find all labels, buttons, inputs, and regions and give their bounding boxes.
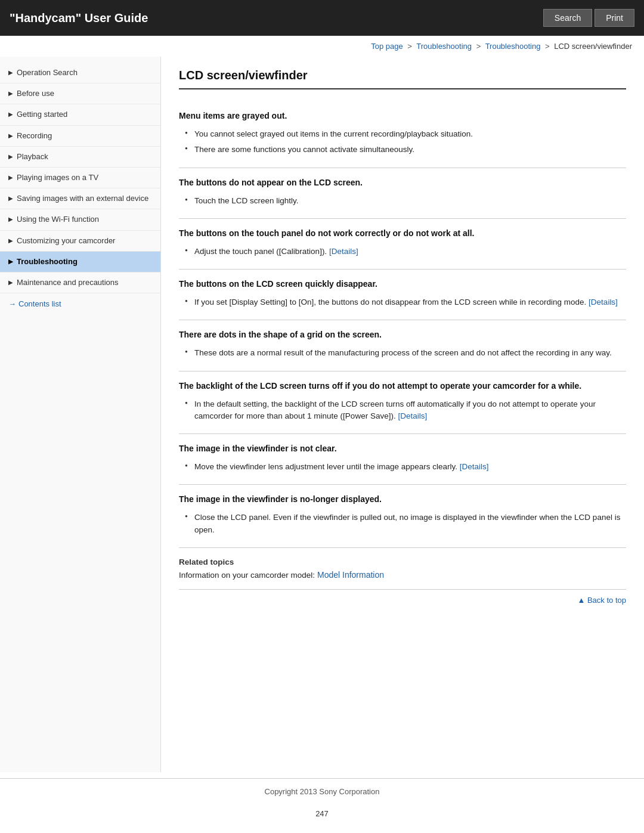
print-button[interactable]: Print bbox=[595, 9, 634, 27]
chevron-right-icon: ▶ bbox=[8, 153, 13, 161]
related-topics-title: Related topics bbox=[179, 558, 626, 566]
list-item: Touch the LCD screen lightly. bbox=[185, 193, 626, 209]
chevron-right-icon: ▶ bbox=[8, 89, 13, 98]
chevron-right-icon: ▶ bbox=[8, 132, 13, 140]
chevron-right-icon: ▶ bbox=[8, 194, 13, 203]
sidebar-item-label: Troubleshooting bbox=[17, 256, 152, 267]
section-heading-buttons-not-appear: The buttons do not appear on the LCD scr… bbox=[179, 178, 626, 187]
breadcrumb-sep1: > bbox=[407, 42, 412, 51]
breadcrumb-top-page[interactable]: Top page bbox=[371, 42, 403, 51]
bullet-list-menu-grayed: You cannot select grayed out items in th… bbox=[179, 126, 626, 158]
sidebar-item-maintenance[interactable]: ▶ Maintenance and precautions bbox=[0, 272, 160, 293]
sidebar-item-label: Playing images on a TV bbox=[17, 172, 152, 183]
sidebar-item-troubleshooting[interactable]: ▶ Troubleshooting bbox=[0, 252, 160, 272]
sidebar-item-label: Playback bbox=[17, 151, 152, 162]
chevron-right-icon: ▶ bbox=[8, 174, 13, 182]
details-link-display-setting[interactable]: [Details] bbox=[589, 298, 618, 306]
header-buttons: Search Print bbox=[543, 9, 634, 27]
section-backlight: The backlight of the LCD screen turns of… bbox=[179, 371, 626, 435]
contents-list-link[interactable]: → Contents list bbox=[0, 293, 160, 314]
bullet-list-dots-grid: These dots are a normal result of the ma… bbox=[179, 345, 626, 361]
sidebar: ▶ Operation Search ▶ Before use ▶ Gettin… bbox=[0, 57, 161, 772]
sidebar-item-label: Saving images with an external device bbox=[17, 193, 152, 204]
breadcrumb-sep3: > bbox=[545, 42, 550, 51]
section-heading-buttons-not-work: The buttons on the touch panel do not wo… bbox=[179, 228, 626, 238]
list-item: Move the viewfinder lens adjustment leve… bbox=[185, 459, 626, 475]
bullet-list-buttons-not-work: Adjust the touch panel ([Calibration]). … bbox=[179, 244, 626, 259]
section-heading-dots-grid: There are dots in the shape of a grid on… bbox=[179, 330, 626, 339]
bullet-list-viewfinder-not-clear: Move the viewfinder lens adjustment leve… bbox=[179, 459, 626, 475]
sidebar-item-label: Maintenance and precautions bbox=[17, 277, 152, 288]
sidebar-item-before-use[interactable]: ▶ Before use bbox=[0, 83, 160, 104]
chevron-right-icon: ▶ bbox=[8, 278, 13, 287]
section-buttons-disappear: The buttons on the LCD screen quickly di… bbox=[179, 270, 626, 320]
list-item: You cannot select grayed out items in th… bbox=[185, 126, 626, 142]
list-item: Adjust the touch panel ([Calibration]). … bbox=[185, 244, 626, 259]
section-heading-buttons-disappear: The buttons on the LCD screen quickly di… bbox=[179, 279, 626, 289]
model-information-link[interactable]: Model Information bbox=[317, 570, 384, 580]
main-layout: ▶ Operation Search ▶ Before use ▶ Gettin… bbox=[0, 57, 644, 772]
details-link-calibration[interactable]: [Details] bbox=[329, 247, 358, 256]
sidebar-item-recording[interactable]: ▶ Recording bbox=[0, 126, 160, 147]
sidebar-item-playing-images[interactable]: ▶ Playing images on a TV bbox=[0, 168, 160, 188]
section-buttons-not-appear: The buttons do not appear on the LCD scr… bbox=[179, 168, 626, 219]
breadcrumb-troubleshooting1[interactable]: Troubleshooting bbox=[416, 42, 472, 51]
details-link-power-save[interactable]: [Details] bbox=[398, 411, 427, 420]
details-link-viewfinder-clear[interactable]: [Details] bbox=[460, 462, 489, 471]
related-topics-section: Related topics Information on your camco… bbox=[179, 548, 626, 590]
sidebar-item-label: Recording bbox=[17, 131, 152, 141]
bullet-list-buttons-disappear: If you set [Display Setting] to [On], th… bbox=[179, 295, 626, 310]
chevron-right-icon: ▶ bbox=[8, 215, 13, 224]
arrow-right-icon: → bbox=[8, 299, 16, 308]
sidebar-item-label: Using the Wi-Fi function bbox=[17, 214, 152, 225]
breadcrumb: Top page > Troubleshooting > Troubleshoo… bbox=[0, 36, 644, 57]
breadcrumb-sep2: > bbox=[476, 42, 481, 51]
section-viewfinder-not-displayed: The image in the viewfinder is no-longer… bbox=[179, 485, 626, 548]
bullet-list-backlight: In the default setting, the backlight of… bbox=[179, 397, 626, 425]
list-item: Close the LCD panel. Even if the viewfin… bbox=[185, 510, 626, 538]
footer: Copyright 2013 Sony Corporation bbox=[0, 778, 644, 804]
section-heading-viewfinder-not-displayed: The image in the viewfinder is no-longer… bbox=[179, 494, 626, 504]
section-dots-grid: There are dots in the shape of a grid on… bbox=[179, 320, 626, 371]
sidebar-item-saving-images[interactable]: ▶ Saving images with an external device bbox=[0, 188, 160, 209]
sidebar-item-label: Before use bbox=[17, 88, 152, 99]
section-heading-backlight: The backlight of the LCD screen turns of… bbox=[179, 381, 626, 391]
section-heading-viewfinder-not-clear: The image in the viewfinder is not clear… bbox=[179, 444, 626, 453]
section-viewfinder-not-clear: The image in the viewfinder is not clear… bbox=[179, 434, 626, 485]
contents-list-label: Contents list bbox=[18, 299, 61, 308]
related-topics-text: Information on your camcorder model: bbox=[179, 571, 315, 580]
bullet-list-buttons-not-appear: Touch the LCD screen lightly. bbox=[179, 193, 626, 209]
list-item: If you set [Display Setting] to [On], th… bbox=[185, 295, 626, 310]
breadcrumb-troubleshooting2[interactable]: Troubleshooting bbox=[485, 42, 541, 51]
content-area: LCD screen/viewfinder Menu items are gra… bbox=[161, 57, 644, 772]
list-item: These dots are a normal result of the ma… bbox=[185, 345, 626, 361]
section-buttons-not-work: The buttons on the touch panel do not wo… bbox=[179, 219, 626, 270]
section-heading-menu-grayed: Menu items are grayed out. bbox=[179, 111, 626, 120]
page-number: 247 bbox=[0, 804, 644, 823]
page-title: LCD screen/viewfinder bbox=[179, 69, 626, 89]
chevron-right-icon: ▶ bbox=[8, 237, 13, 245]
bullet-list-viewfinder-not-displayed: Close the LCD panel. Even if the viewfin… bbox=[179, 510, 626, 538]
chevron-right-icon: ▶ bbox=[8, 258, 13, 266]
chevron-right-icon: ▶ bbox=[8, 69, 13, 77]
sidebar-item-operation-search[interactable]: ▶ Operation Search bbox=[0, 63, 160, 83]
sidebar-item-playback[interactable]: ▶ Playback bbox=[0, 147, 160, 168]
back-to-top: ▲ Back to top bbox=[179, 590, 626, 611]
sidebar-item-label: Operation Search bbox=[17, 67, 152, 78]
header: "Handycam" User Guide Search Print bbox=[0, 0, 644, 36]
list-item: There are some functions you cannot acti… bbox=[185, 142, 626, 157]
sidebar-item-wifi[interactable]: ▶ Using the Wi-Fi function bbox=[0, 209, 160, 230]
app-title: "Handycam" User Guide bbox=[10, 11, 148, 25]
sidebar-item-customizing[interactable]: ▶ Customizing your camcorder bbox=[0, 231, 160, 252]
list-item: In the default setting, the backlight of… bbox=[185, 397, 626, 425]
sidebar-item-label: Customizing your camcorder bbox=[17, 236, 152, 246]
back-to-top-link[interactable]: ▲ Back to top bbox=[577, 596, 626, 605]
search-button[interactable]: Search bbox=[543, 9, 592, 27]
sidebar-item-label: Getting started bbox=[17, 109, 152, 120]
breadcrumb-current: LCD screen/viewfinder bbox=[554, 42, 632, 51]
copyright-text: Copyright 2013 Sony Corporation bbox=[265, 787, 380, 796]
sidebar-item-getting-started[interactable]: ▶ Getting started bbox=[0, 104, 160, 125]
chevron-right-icon: ▶ bbox=[8, 110, 13, 119]
section-menu-grayed: Menu items are grayed out. You cannot se… bbox=[179, 101, 626, 168]
